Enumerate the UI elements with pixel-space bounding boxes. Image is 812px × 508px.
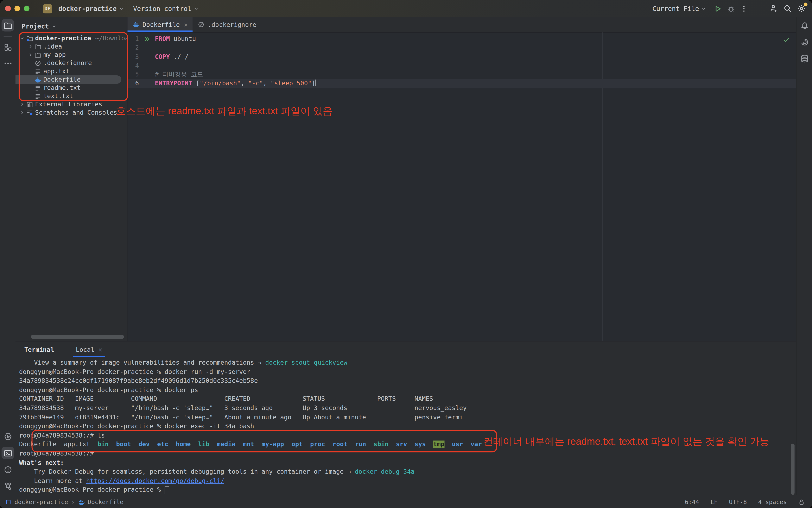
run-chevrons-icon[interactable]: [144, 36, 150, 42]
code-with-me-button[interactable]: [768, 3, 779, 14]
terminal-link[interactable]: https://docs.docker.com/go/debug-cli/: [86, 477, 224, 484]
search-everywhere-button[interactable]: [782, 3, 793, 14]
close-icon[interactable]: ✕: [184, 21, 188, 28]
terminal-tab-local[interactable]: Local ✕: [74, 341, 104, 357]
tree-item-text.txt[interactable]: text.txt: [15, 92, 128, 100]
tree-item-label: Dockerfile: [43, 76, 81, 83]
code-token-str: "sleep 500": [271, 80, 312, 87]
editor-tab-.dockerignore[interactable]: .dockerignore: [193, 17, 262, 32]
tree-item-readme.txt[interactable]: readme.txt: [15, 84, 128, 92]
project-tree: docker-practice~/Downloads/.ideamy-app.d…: [15, 34, 128, 117]
terminal-line: View a summary of image vulnerabilities …: [19, 358, 796, 368]
tree-item-label: text.txt: [43, 92, 73, 100]
more-toolwindows-icon: [3, 59, 12, 68]
problems-toolwindow-button[interactable]: [2, 463, 14, 476]
code-token: ]: [312, 80, 315, 87]
tree-item-docker-practice[interactable]: docker-practice~/Downloads/: [15, 34, 128, 42]
terminal-text: [284, 441, 291, 448]
terminal-text: View a summary of image vulnerabilities …: [19, 359, 265, 366]
inspections-ok-check-icon[interactable]: [783, 36, 790, 43]
terminal-text: CONTAINER ID IMAGE COMMAND CREATED STATU…: [19, 395, 433, 403]
tree-item-label: app.txt: [43, 68, 70, 75]
gutter-spacer: [139, 44, 155, 52]
run-configuration-selector[interactable]: Current File: [649, 4, 709, 14]
more-actions-button[interactable]: [739, 4, 749, 13]
terminal-output[interactable]: View a summary of image vulnerabilities …: [15, 357, 796, 495]
ai-assistant-button[interactable]: [798, 36, 811, 48]
terminal-tool-window: Terminal Local ✕ View a summary of image…: [15, 341, 796, 495]
annotation-host-note: 호스트에는 readme.txt 파일과 text.txt 파일이 있음: [116, 104, 333, 118]
chevron-collapsed-icon[interactable]: [28, 44, 33, 49]
code-token: ,: [240, 80, 248, 87]
chevron-collapsed-icon[interactable]: [19, 102, 25, 107]
git-toolwindow-icon: [3, 481, 12, 491]
breadcrumb-file[interactable]: Dockerfile: [88, 499, 123, 506]
editor-line-4[interactable]: 4: [128, 61, 796, 70]
line-number: 1: [128, 35, 139, 44]
indent-widget[interactable]: 4 spaces: [758, 499, 787, 506]
editor-line-5[interactable]: 5# 디버깅용 코드: [128, 70, 796, 79]
problems-toolwindow-icon: [3, 465, 12, 474]
terminal-vertical-scrollbar[interactable]: [791, 444, 795, 495]
minimize-window-button[interactable]: [14, 6, 20, 11]
terminal-toolwindow-button[interactable]: [2, 447, 14, 459]
folder-icon: [34, 43, 41, 50]
more-toolwindows-button[interactable]: [2, 57, 14, 69]
terminal-text: [131, 441, 138, 448]
chevron-expanded-icon[interactable]: [19, 36, 25, 41]
terminal-text: Dockerfile app.txt: [19, 441, 97, 448]
code-area[interactable]: 1FROM ubuntu23COPY ./ /45# 디버깅용 코드6ENTRY…: [128, 32, 796, 341]
tree-item-label: External Libraries: [35, 101, 102, 108]
editor-line-1[interactable]: 1FROM ubuntu: [128, 35, 796, 44]
editor-line-6[interactable]: 6ENTRYPOINT ["/bin/bash", "-c", "sleep 5…: [128, 79, 796, 88]
project-panel-title: Project: [22, 22, 49, 30]
tree-item-dockerfile[interactable]: Dockerfile: [15, 75, 122, 84]
caret-position-widget[interactable]: 6:44: [685, 499, 699, 506]
close-window-button[interactable]: [5, 6, 11, 11]
notifications-bell-button[interactable]: [798, 19, 811, 32]
terminal-cursor: [165, 486, 169, 494]
close-icon[interactable]: ✕: [98, 346, 102, 353]
editor-line-2[interactable]: 2: [128, 44, 796, 52]
run-button[interactable]: [713, 3, 723, 14]
tree-item-app.txt[interactable]: app.txt: [15, 67, 128, 75]
chevron-collapsed-icon[interactable]: [28, 52, 33, 57]
chevron-collapsed-icon[interactable]: [19, 110, 25, 115]
encoding-widget[interactable]: UTF-8: [729, 499, 747, 506]
database-button[interactable]: [798, 52, 811, 65]
settings-button[interactable]: [796, 3, 807, 14]
debug-button[interactable]: [726, 3, 736, 14]
tree-item-my-app[interactable]: my-app: [15, 51, 128, 59]
services-toolwindow-button[interactable]: [2, 430, 14, 443]
code-token-comment: # 디버깅용 코드: [155, 71, 203, 78]
project-panel-header[interactable]: Project: [15, 17, 128, 30]
project-horizontal-scrollbar[interactable]: [31, 335, 124, 339]
structure-toolwindow-button[interactable]: [2, 41, 14, 53]
left-tool-strip: [0, 17, 16, 495]
terminal-text: [463, 441, 470, 448]
terminal-line: root@34a789834538:/#: [19, 449, 796, 458]
terminal-text: [168, 441, 176, 448]
terminal-text: [150, 441, 157, 448]
chevron-down-icon: [119, 6, 124, 11]
version-control-menu[interactable]: Version control: [130, 4, 202, 14]
project-name-menu[interactable]: docker-practice: [55, 4, 127, 14]
line-separator-widget[interactable]: LF: [710, 499, 718, 506]
terminal-text: [426, 441, 433, 448]
tree-item-external-libraries[interactable]: External Libraries: [15, 100, 128, 109]
tree-item-.idea[interactable]: .idea: [15, 42, 128, 51]
editor-tab-dockerfile[interactable]: Dockerfile✕: [128, 17, 193, 32]
tree-item-.dockerignore[interactable]: .dockerignore: [15, 59, 128, 67]
unlocked-padlock-icon[interactable]: [798, 499, 805, 506]
zoom-window-button[interactable]: [24, 6, 30, 11]
breadcrumb-project[interactable]: docker-practice: [14, 499, 68, 506]
tree-item-label: Scratches and Consoles: [35, 109, 117, 116]
terminal-text: usr: [452, 441, 463, 448]
editor-line-3[interactable]: 3COPY ./ /: [128, 52, 796, 61]
git-toolwindow-button[interactable]: [2, 480, 14, 492]
tree-item-scratches-and-consoles[interactable]: Scratches and Consoles: [15, 109, 128, 117]
code-text: # 디버깅용 코드: [155, 70, 203, 79]
terminal-text: donggyun@MacBook-Pro docker-practice % d…: [19, 422, 254, 430]
project-folder-toolwindow-button[interactable]: [2, 19, 14, 32]
terminal-text: donggyun@MacBook-Pro docker-practice % d…: [19, 386, 198, 393]
